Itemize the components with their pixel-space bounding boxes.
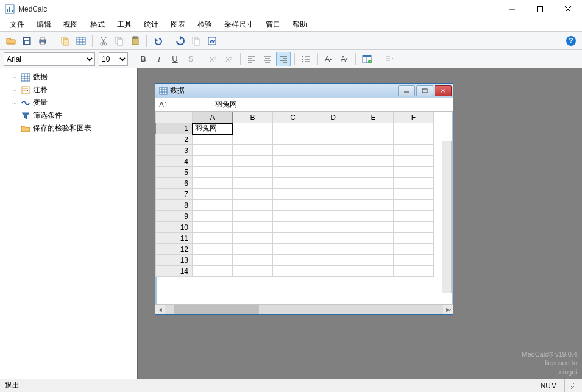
- superscript-button[interactable]: x2: [222, 52, 236, 66]
- help-button[interactable]: ?: [564, 34, 578, 48]
- grid-cell[interactable]: [273, 266, 313, 277]
- grid-cell[interactable]: [193, 200, 233, 211]
- copy-sheet-button[interactable]: [58, 34, 73, 48]
- row-header[interactable]: 2: [156, 134, 193, 145]
- grid-cell[interactable]: [313, 211, 353, 222]
- scroll-thumb[interactable]: [174, 305, 259, 314]
- grid-cell[interactable]: [273, 200, 313, 211]
- select-all-corner[interactable]: [156, 112, 193, 123]
- increase-font-button[interactable]: A▴: [321, 52, 336, 66]
- grid-cell[interactable]: [193, 134, 233, 145]
- grid-cell[interactable]: [353, 211, 394, 222]
- grid-cell[interactable]: [353, 244, 394, 255]
- grid-cell[interactable]: [233, 222, 273, 233]
- italic-button[interactable]: I: [152, 52, 166, 66]
- grid-cell[interactable]: [273, 156, 313, 167]
- grid-cell[interactable]: [394, 233, 434, 244]
- grid-cell[interactable]: [193, 266, 233, 277]
- refresh-button[interactable]: [173, 34, 188, 48]
- decrease-font-button[interactable]: A▾: [337, 52, 352, 66]
- grid-cell[interactable]: [313, 244, 353, 255]
- paragraph-button[interactable]: [382, 52, 397, 66]
- grid-cell[interactable]: [313, 200, 353, 211]
- copy-button[interactable]: [112, 34, 127, 48]
- open-button[interactable]: [4, 34, 18, 48]
- grid-cell[interactable]: [353, 145, 394, 156]
- grid-cell[interactable]: [273, 178, 313, 189]
- row-header[interactable]: 7: [156, 189, 193, 200]
- grid-cell[interactable]: [394, 134, 434, 145]
- grid-cell[interactable]: [394, 123, 434, 134]
- grid-cell[interactable]: [273, 244, 313, 255]
- row-header[interactable]: 8: [156, 200, 193, 211]
- grid-cell[interactable]: [233, 189, 273, 200]
- grid-cell[interactable]: [273, 189, 313, 200]
- font-size-select[interactable]: 10: [99, 52, 128, 66]
- list-button[interactable]: [299, 52, 313, 66]
- grid-cell[interactable]: [233, 123, 273, 134]
- grid-cell[interactable]: [193, 156, 233, 167]
- minimize-button[interactable]: [498, 0, 526, 18]
- grid-cell[interactable]: [193, 178, 233, 189]
- grid-cell[interactable]: [313, 255, 353, 266]
- grid-cell[interactable]: [273, 211, 313, 222]
- grid-cell[interactable]: [233, 156, 273, 167]
- grid-cell[interactable]: [273, 123, 313, 134]
- horizontal-scrollbar[interactable]: ◄ ►: [155, 304, 453, 314]
- grid-cell[interactable]: [394, 156, 434, 167]
- grid-cell[interactable]: [273, 222, 313, 233]
- grid-cell[interactable]: [394, 189, 434, 200]
- row-header[interactable]: 1: [156, 123, 193, 134]
- grid-cell[interactable]: [193, 167, 233, 178]
- tree-item[interactable]: ···变量: [0, 96, 137, 109]
- export-word-button[interactable]: W: [205, 34, 219, 48]
- grid-cell[interactable]: [394, 167, 434, 178]
- column-header[interactable]: B: [233, 112, 273, 123]
- grid-cell[interactable]: [233, 167, 273, 178]
- grid-cell[interactable]: [193, 189, 233, 200]
- grid-cell[interactable]: [273, 167, 313, 178]
- grid-cell[interactable]: [313, 233, 353, 244]
- cell-reference[interactable]: A1: [155, 98, 211, 111]
- grid-cell[interactable]: [233, 266, 273, 277]
- grid-cell[interactable]: [273, 233, 313, 244]
- grid-cell[interactable]: [313, 167, 353, 178]
- sub-maximize-button[interactable]: [416, 85, 433, 96]
- undo-button[interactable]: [151, 34, 165, 48]
- grid-cell[interactable]: [233, 200, 273, 211]
- spreadsheet-button[interactable]: [74, 34, 88, 48]
- menu-item[interactable]: 编辑: [30, 18, 57, 31]
- bold-button[interactable]: B: [136, 52, 151, 66]
- sub-minimize-button[interactable]: [398, 85, 415, 96]
- menu-item[interactable]: 统计: [138, 18, 165, 31]
- resize-grip-icon[interactable]: [444, 305, 452, 313]
- subscript-button[interactable]: x2: [206, 52, 221, 66]
- row-header[interactable]: 13: [156, 255, 193, 266]
- grid-cell[interactable]: [394, 255, 434, 266]
- menu-item[interactable]: 工具: [111, 18, 138, 31]
- grid-cell[interactable]: [273, 145, 313, 156]
- row-header[interactable]: 3: [156, 145, 193, 156]
- row-header[interactable]: 9: [156, 211, 193, 222]
- grid-cell[interactable]: [313, 178, 353, 189]
- grid-cell[interactable]: [394, 244, 434, 255]
- grid-cell[interactable]: [193, 233, 233, 244]
- grid-cell[interactable]: [313, 134, 353, 145]
- grid-cell[interactable]: [273, 134, 313, 145]
- align-right-button[interactable]: [276, 52, 291, 66]
- table-format-button[interactable]: [360, 52, 374, 66]
- row-header[interactable]: 14: [156, 266, 193, 277]
- grid-cell[interactable]: [313, 123, 353, 134]
- grid-cell[interactable]: [394, 145, 434, 156]
- grid-cell[interactable]: [353, 222, 394, 233]
- grid-cell[interactable]: [353, 233, 394, 244]
- vertical-scrollbar[interactable]: [442, 141, 452, 293]
- row-header[interactable]: 5: [156, 167, 193, 178]
- grid-cell[interactable]: [353, 167, 394, 178]
- align-left-button[interactable]: [244, 52, 259, 66]
- grid-cell[interactable]: [353, 123, 394, 134]
- grid-cell[interactable]: [353, 266, 394, 277]
- strikethrough-button[interactable]: S: [183, 52, 198, 66]
- grid-cell[interactable]: [233, 233, 273, 244]
- grid-cell[interactable]: [353, 178, 394, 189]
